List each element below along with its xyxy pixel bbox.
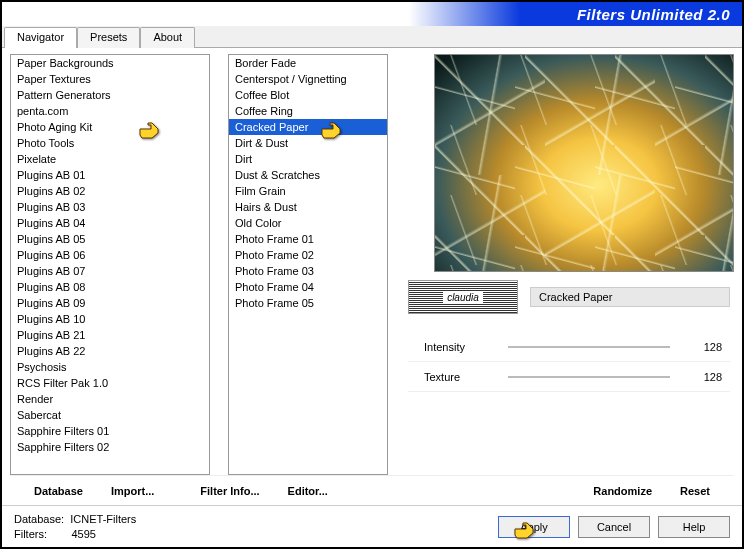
category-item[interactable]: Photo Aging Kit: [11, 119, 209, 135]
database-button[interactable]: Database: [20, 481, 97, 501]
filter-item[interactable]: Photo Frame 01: [229, 231, 387, 247]
filter-item[interactable]: Photo Frame 04: [229, 279, 387, 295]
category-item[interactable]: Plugins AB 05: [11, 231, 209, 247]
category-item[interactable]: Photo Tools: [11, 135, 209, 151]
toolbar-row: Database Import... Filter Info... Editor…: [10, 475, 734, 505]
filter-item[interactable]: Dust & Scratches: [229, 167, 387, 183]
tab-strip: Navigator Presets About: [2, 26, 742, 48]
param-slider[interactable]: [508, 346, 670, 348]
category-item[interactable]: Plugins AB 21: [11, 327, 209, 343]
current-filter-name: Cracked Paper: [530, 287, 730, 307]
editor-button[interactable]: Editor...: [274, 481, 342, 501]
param-label: Intensity: [408, 341, 488, 353]
apply-button[interactable]: Apply: [498, 516, 570, 538]
param-row: Texture128: [408, 362, 730, 392]
filter-item[interactable]: Coffee Ring: [229, 103, 387, 119]
preview-image: [434, 54, 734, 272]
category-item[interactable]: Plugins AB 02: [11, 183, 209, 199]
filter-info-button[interactable]: Filter Info...: [186, 481, 273, 501]
cancel-button[interactable]: Cancel: [578, 516, 650, 538]
category-item[interactable]: Plugins AB 01: [11, 167, 209, 183]
category-item[interactable]: Pattern Generators: [11, 87, 209, 103]
category-item[interactable]: Sapphire Filters 01: [11, 423, 209, 439]
param-header: claudia Cracked Paper: [408, 280, 734, 314]
category-item[interactable]: Plugins AB 09: [11, 295, 209, 311]
filter-list[interactable]: Border FadeCenterspot / VignettingCoffee…: [228, 54, 388, 475]
title-bar: Filters Unlimited 2.0: [2, 2, 742, 26]
category-item[interactable]: Plugins AB 07: [11, 263, 209, 279]
param-value: 128: [690, 341, 730, 353]
filter-item[interactable]: Cracked Paper: [229, 119, 387, 135]
status-bar: Database: ICNET-Filters Filters: 4595 Ap…: [2, 505, 742, 547]
status-info: Database: ICNET-Filters Filters: 4595: [14, 512, 136, 542]
randomize-button[interactable]: Randomize: [579, 481, 666, 501]
footer-buttons: Apply Cancel Help: [498, 516, 730, 538]
category-item[interactable]: Plugins AB 10: [11, 311, 209, 327]
param-row: Intensity128: [408, 332, 730, 362]
filter-item[interactable]: Photo Frame 03: [229, 263, 387, 279]
category-item[interactable]: Plugins AB 04: [11, 215, 209, 231]
filter-item[interactable]: Hairs & Dust: [229, 199, 387, 215]
filter-item[interactable]: Photo Frame 02: [229, 247, 387, 263]
category-item[interactable]: Plugins AB 03: [11, 199, 209, 215]
param-label: Texture: [408, 371, 488, 383]
category-item[interactable]: Paper Textures: [11, 71, 209, 87]
category-item[interactable]: Render: [11, 391, 209, 407]
category-item[interactable]: Sapphire Filters 02: [11, 439, 209, 455]
category-item[interactable]: RCS Filter Pak 1.0: [11, 375, 209, 391]
category-list[interactable]: Paper BackgroundsPaper TexturesPattern G…: [10, 54, 210, 475]
category-item[interactable]: Plugins AB 08: [11, 279, 209, 295]
filter-item[interactable]: Border Fade: [229, 55, 387, 71]
category-item[interactable]: Psychosis: [11, 359, 209, 375]
category-item[interactable]: Plugins AB 06: [11, 247, 209, 263]
category-column: Paper BackgroundsPaper TexturesPattern G…: [10, 54, 210, 475]
filter-item[interactable]: Coffee Blot: [229, 87, 387, 103]
filter-item[interactable]: Dirt & Dust: [229, 135, 387, 151]
filter-item[interactable]: Film Grain: [229, 183, 387, 199]
param-value: 128: [690, 371, 730, 383]
tab-about[interactable]: About: [140, 27, 195, 48]
category-item[interactable]: Plugins AB 22: [11, 343, 209, 359]
tab-navigator[interactable]: Navigator: [4, 27, 77, 48]
import-button[interactable]: Import...: [97, 481, 168, 501]
tab-presets[interactable]: Presets: [77, 27, 140, 48]
filter-item[interactable]: Centerspot / Vignetting: [229, 71, 387, 87]
main-area: Paper BackgroundsPaper TexturesPattern G…: [2, 48, 742, 475]
reset-button[interactable]: Reset: [666, 481, 724, 501]
category-item[interactable]: Pixelate: [11, 151, 209, 167]
filter-item[interactable]: Old Color: [229, 215, 387, 231]
category-item[interactable]: Paper Backgrounds: [11, 55, 209, 71]
param-slider[interactable]: [508, 376, 670, 378]
parameter-rows: Intensity128Texture128: [408, 332, 734, 392]
category-item[interactable]: Sabercat: [11, 407, 209, 423]
help-button[interactable]: Help: [658, 516, 730, 538]
filter-item[interactable]: Photo Frame 05: [229, 295, 387, 311]
author-logo: claudia: [408, 280, 518, 314]
app-title: Filters Unlimited 2.0: [577, 6, 730, 23]
filter-column: Border FadeCenterspot / VignettingCoffee…: [228, 54, 388, 475]
preview-column: claudia Cracked Paper Intensity128Textur…: [408, 54, 734, 475]
category-item[interactable]: penta.com: [11, 103, 209, 119]
filter-item[interactable]: Dirt: [229, 151, 387, 167]
